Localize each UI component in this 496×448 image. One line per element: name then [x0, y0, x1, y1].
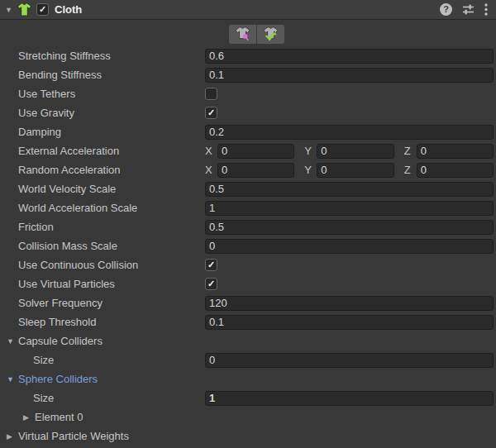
- row-external-acceleration: External AccelerationXYZ: [0, 141, 496, 160]
- help-icon[interactable]: ?: [440, 3, 452, 16]
- solver-frequency-field[interactable]: [205, 296, 494, 311]
- cloth-collision-icon: [263, 26, 279, 41]
- axis-label-z: Z: [404, 164, 417, 176]
- label-cell: Use Tethers: [0, 88, 205, 100]
- axis-label-y: Y: [304, 164, 317, 176]
- axis-label-z: Z: [404, 145, 417, 157]
- row-element-0: ▶Element 0: [0, 407, 496, 427]
- component-enabled-checkbox[interactable]: ✓: [36, 3, 49, 16]
- label-cell: Sleep Threshold: [0, 316, 205, 328]
- random-acceleration-y-field[interactable]: [317, 163, 393, 178]
- cloth-constraints-icon: [235, 26, 250, 41]
- row-bending-stiffness: Bending Stiffness: [0, 65, 496, 84]
- value-cell: [205, 391, 494, 406]
- value-cell: [205, 201, 494, 216]
- row-use-tethers: Use Tethers: [0, 84, 496, 103]
- row-label-world-acceleration-scale: World Acceleration Scale: [18, 202, 137, 214]
- row-collision-mass-scale: Collision Mass Scale: [0, 236, 496, 255]
- row-friction: Friction: [0, 217, 496, 236]
- row-label-use-continuous-collision: Use Continuous Collision: [18, 259, 138, 271]
- foldout-collapsed-icon[interactable]: ▶: [7, 432, 18, 441]
- friction-field[interactable]: [205, 220, 494, 235]
- foldout-label-sphere-colliders[interactable]: Sphere Colliders: [18, 373, 98, 385]
- stretching-stiffness-field[interactable]: [205, 49, 494, 64]
- label-cell: Friction: [0, 221, 205, 233]
- sleep-threshold-field[interactable]: [205, 315, 494, 330]
- foldout-expanded-icon[interactable]: ▼: [7, 337, 18, 346]
- row-capsule-colliders: ▼Capsule Colliders: [0, 331, 496, 350]
- row-sphere-colliders: ▼Sphere Colliders: [0, 369, 496, 388]
- use-tethers-checkbox[interactable]: [205, 88, 217, 100]
- random-acceleration-z-field[interactable]: [417, 163, 494, 178]
- foldout-label-virtual-particle-weights[interactable]: Virtual Particle Weights: [18, 430, 129, 442]
- foldout-label-capsule-colliders[interactable]: Capsule Colliders: [18, 335, 103, 347]
- row-label-use-gravity: Use Gravity: [18, 107, 74, 119]
- row-label-use-virtual-particles: Use Virtual Particles: [18, 278, 115, 290]
- header-icons: ?: [440, 3, 491, 16]
- edit-cloth-self-collision-button[interactable]: [257, 25, 284, 44]
- presets-icon[interactable]: [462, 3, 475, 16]
- edit-cloth-constraints-button[interactable]: [229, 25, 256, 44]
- external-acceleration-y-group: Y: [304, 144, 393, 159]
- value-cell: [205, 68, 494, 83]
- value-cell: [205, 182, 494, 197]
- value-cell: [205, 353, 494, 368]
- label-cell: Random Acceleration: [0, 164, 205, 176]
- row-label-stretching-stiffness: Stretching Stiffness: [18, 50, 111, 62]
- component-title: Cloth: [55, 3, 440, 16]
- row-world-velocity-scale: World Velocity Scale: [0, 179, 496, 198]
- row-label-external-acceleration: External Acceleration: [18, 145, 119, 157]
- label-cell: Stretching Stiffness: [0, 50, 205, 62]
- row-label-world-velocity-scale: World Velocity Scale: [18, 183, 116, 195]
- cloth-inspector-panel: ▼ ✓ Cloth ?: [0, 0, 496, 448]
- use-gravity-checkbox[interactable]: ✓: [205, 107, 217, 119]
- size-field[interactable]: [205, 353, 494, 368]
- row-random-acceleration: Random AccelerationXYZ: [0, 160, 496, 179]
- use-virtual-particles-checkbox[interactable]: ✓: [205, 278, 217, 290]
- row-damping: Damping: [0, 122, 496, 141]
- collision-mass-scale-field[interactable]: [205, 239, 494, 254]
- row-size: Size: [0, 350, 496, 369]
- use-continuous-collision-checkbox[interactable]: ✓: [205, 259, 217, 271]
- axis-label-x: X: [205, 145, 217, 157]
- kebab-menu-icon[interactable]: [484, 3, 488, 16]
- external-acceleration-x-field[interactable]: [217, 144, 294, 159]
- foldout-collapsed-icon[interactable]: ▶: [23, 413, 35, 422]
- value-cell: [205, 296, 494, 311]
- label-cell: ▶Element 0: [0, 411, 205, 423]
- row-label-size: Size: [33, 392, 54, 404]
- row-label-random-acceleration: Random Acceleration: [18, 164, 121, 176]
- row-label-solver-frequency: Solver Frequency: [18, 297, 103, 309]
- axis-label-y: Y: [304, 145, 317, 157]
- label-cell: Collision Mass Scale: [0, 240, 205, 252]
- label-cell: ▼Sphere Colliders: [0, 373, 205, 385]
- row-use-continuous-collision: Use Continuous Collision✓: [0, 255, 496, 274]
- label-cell: Size: [0, 354, 205, 366]
- foldout-expanded-icon[interactable]: ▼: [7, 375, 18, 384]
- external-acceleration-y-field[interactable]: [317, 144, 393, 159]
- component-foldout-icon[interactable]: ▼: [5, 6, 17, 14]
- value-cell: [205, 315, 494, 330]
- bending-stiffness-field[interactable]: [205, 68, 494, 83]
- random-acceleration-x-field[interactable]: [217, 163, 294, 178]
- size-field[interactable]: [205, 391, 494, 406]
- external-acceleration-z-field[interactable]: [417, 144, 494, 159]
- value-cell: [205, 88, 494, 100]
- external-acceleration-z-group: Z: [404, 144, 494, 159]
- label-cell: Bending Stiffness: [0, 69, 205, 81]
- label-cell: World Velocity Scale: [0, 183, 205, 195]
- row-label-collision-mass-scale: Collision Mass Scale: [18, 240, 117, 252]
- label-cell: Solver Frequency: [0, 297, 205, 309]
- foldout-label-element-0[interactable]: Element 0: [35, 411, 83, 423]
- label-cell: World Acceleration Scale: [0, 202, 205, 214]
- value-cell: XYZ: [205, 163, 494, 178]
- world-velocity-scale-field[interactable]: [205, 182, 494, 197]
- world-acceleration-scale-field[interactable]: [205, 201, 494, 216]
- damping-field[interactable]: [205, 125, 494, 140]
- row-world-acceleration-scale: World Acceleration Scale: [0, 198, 496, 217]
- row-use-virtual-particles: Use Virtual Particles✓: [0, 274, 496, 293]
- row-solver-frequency: Solver Frequency: [0, 293, 496, 312]
- row-label-sleep-threshold: Sleep Threshold: [18, 316, 96, 328]
- random-acceleration-y-group: Y: [304, 163, 393, 178]
- axis-label-x: X: [205, 164, 217, 176]
